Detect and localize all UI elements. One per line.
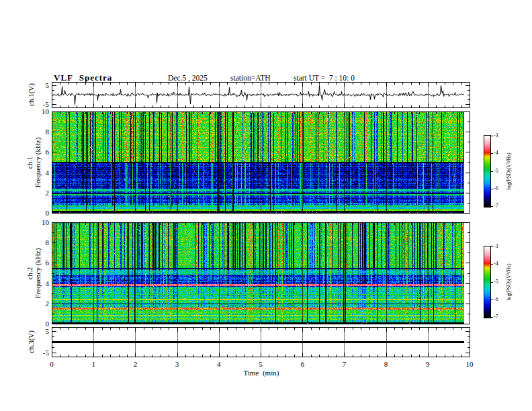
start-ut-label: start UT = 7 : 10: 0	[294, 74, 355, 82]
ch1-waveform-canvas	[52, 82, 470, 108]
ch2-spectrogram-canvas	[52, 222, 470, 324]
colorbar-tick-label: -6	[494, 297, 498, 302]
ch3-voltage-axis-label: ch.3(V)	[27, 330, 35, 353]
ch1-frequency-axis-label: ch.1 Frequency (kHz)	[26, 138, 42, 188]
station-label: station=ATH	[230, 74, 271, 82]
colorbar-tick-label: -3	[494, 244, 498, 249]
colorbar-tick-label: -5	[494, 169, 498, 174]
colorbar-tick-label: -7	[494, 314, 498, 320]
x-tick-label: 3	[175, 361, 179, 368]
y-tick-label: 5	[46, 328, 50, 335]
y-tick-label: 8	[46, 128, 50, 136]
ch1-spectrogram-canvas	[52, 111, 470, 214]
x-tick-label: 10	[466, 361, 474, 368]
y-tick-label: 10	[42, 108, 49, 116]
y-tick-label: 8	[46, 239, 50, 246]
ch2-frequency-axis-label: ch.2 Frequency (kHz)	[26, 248, 42, 299]
x-tick-label: 2	[134, 361, 138, 368]
ch3-waveform-canvas	[52, 327, 470, 357]
y-tick-label: 0	[46, 210, 50, 217]
time-axis-label: Time (min)	[244, 369, 279, 377]
x-tick-label: 7	[343, 361, 347, 368]
vlf-spectra-figure: VLF Spectra Dec.5 , 2025 station=ATH sta…	[0, 0, 532, 411]
colorbar-ch2	[484, 246, 494, 318]
y-tick-label: 2	[46, 300, 50, 307]
x-tick-label: 9	[426, 361, 430, 368]
x-tick-label: 6	[300, 361, 304, 368]
colorbar-tick-label: -7	[494, 203, 498, 209]
y-tick-label: 6	[46, 148, 50, 156]
date-label: Dec.5 , 2025	[168, 74, 208, 82]
x-tick-label: 8	[384, 361, 388, 368]
x-tick-label: 1	[91, 361, 95, 368]
ch1-voltage-axis-label: ch.1(V)	[27, 83, 35, 106]
colorbar-ch1-label: log(PSD)(V²/Hz)	[506, 152, 512, 189]
y-tick-label: -5	[43, 100, 49, 107]
y-tick-label: 10	[42, 219, 49, 226]
y-tick-label: 4	[46, 169, 50, 176]
y-tick-label: 6	[46, 259, 50, 267]
x-tick-label: 5	[259, 361, 263, 368]
colorbar-tick-label: -6	[494, 186, 498, 191]
colorbar-tick-label: -4	[494, 261, 498, 267]
y-tick-label: 4	[46, 279, 50, 287]
x-tick-label: 4	[217, 361, 221, 368]
colorbar-ch2-label: log(PSD)(V²/Hz)	[506, 263, 512, 300]
colorbar-tick-label: -5	[494, 279, 498, 285]
colorbar-tick-label: -4	[494, 150, 498, 156]
y-tick-label: 5	[46, 82, 50, 89]
y-tick-label: 2	[46, 189, 50, 196]
x-tick-label: 0	[50, 361, 54, 368]
colorbar-ch1	[484, 135, 494, 208]
colorbar-tick-label: -3	[494, 133, 498, 138]
y-tick-label: -5	[43, 349, 49, 356]
